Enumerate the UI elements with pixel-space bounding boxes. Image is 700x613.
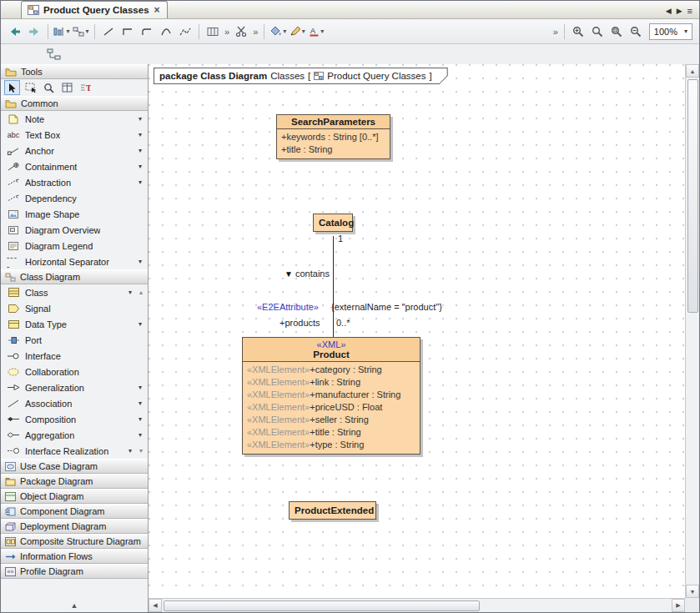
text-tool[interactable]: T bbox=[78, 80, 93, 95]
palette-section-tools[interactable]: Tools bbox=[1, 64, 148, 79]
containment-tree-icon[interactable] bbox=[44, 46, 63, 63]
back-button[interactable] bbox=[6, 23, 24, 41]
spline-line-button[interactable] bbox=[176, 23, 194, 41]
vertical-scrollbar[interactable]: ▲ ▼ bbox=[685, 64, 699, 598]
palette-section-class-diagram[interactable]: Class Diagram bbox=[1, 269, 148, 284]
horizontal-scroll-track[interactable] bbox=[162, 600, 672, 612]
alignment-button[interactable]: ▾ bbox=[53, 23, 71, 41]
forward-button[interactable] bbox=[25, 23, 43, 41]
palette-item-diagram-legend[interactable]: Diagram Legend bbox=[1, 238, 148, 254]
fill-color-button[interactable]: ▾ bbox=[269, 23, 287, 41]
scroll-up-icon[interactable]: ▲ bbox=[686, 64, 699, 78]
chevron-down-icon[interactable]: ▾ bbox=[138, 431, 144, 439]
chevron-down-icon[interactable]: ▾ bbox=[283, 28, 286, 35]
chevron-down-icon[interactable]: ▾ bbox=[66, 28, 69, 35]
palette-item-anchor[interactable]: Anchor ▾ bbox=[1, 143, 148, 158]
zoom-fit-icon[interactable] bbox=[607, 23, 626, 41]
overflow-chevron-icon[interactable]: » bbox=[223, 27, 231, 37]
palette-item-image-shape[interactable]: Image Shape bbox=[1, 206, 148, 222]
vertical-scroll-thumb[interactable] bbox=[687, 79, 698, 313]
chevron-down-icon[interactable]: ▾ bbox=[128, 289, 134, 296]
chevron-down-icon[interactable]: ▾ bbox=[138, 415, 144, 423]
palette-item-horizontal-separator[interactable]: ---- Horizontal Separator ▾ bbox=[1, 254, 148, 269]
zoom-tool[interactable] bbox=[41, 80, 57, 95]
previous-tab-icon[interactable]: ◀ bbox=[666, 7, 672, 15]
scroll-down-icon[interactable]: ▼ bbox=[686, 585, 699, 598]
tab-product-query-classes[interactable]: Product Query Classes × bbox=[21, 1, 168, 18]
palette-item-aggregation[interactable]: Aggregation ▾ bbox=[1, 427, 148, 443]
zoom-in-icon[interactable] bbox=[569, 23, 587, 41]
chevron-down-icon[interactable]: ▾ bbox=[138, 163, 144, 170]
rectilinear-line-button[interactable] bbox=[118, 23, 137, 41]
palette-section-component-diagram[interactable]: Component Diagram bbox=[1, 504, 148, 519]
palette-item-class[interactable]: Class ▾ ▴ bbox=[1, 284, 148, 300]
overflow-chevron-icon[interactable]: » bbox=[551, 27, 560, 37]
chevron-down-icon[interactable]: ▾ bbox=[138, 399, 144, 407]
palette-item-signal[interactable]: Signal bbox=[1, 300, 148, 316]
palette-item-dependency[interactable]: Dependency bbox=[1, 190, 148, 206]
class-product-extended[interactable]: ProductExtended bbox=[289, 501, 376, 520]
chevron-down-icon[interactable]: ▾ bbox=[138, 115, 144, 123]
select-tool[interactable] bbox=[4, 80, 20, 95]
cut-button[interactable] bbox=[232, 23, 250, 41]
chevron-down-icon[interactable]: ▾ bbox=[302, 28, 305, 35]
zoom-level-select[interactable]: 100% ▾ bbox=[649, 23, 692, 40]
palette-item-interface-realization[interactable]: Interface Realization ▾ ▾ bbox=[1, 443, 148, 459]
palette-section-information-flows[interactable]: Information Flows bbox=[1, 549, 148, 564]
palette-item-generalization[interactable]: Generalization ▾ bbox=[1, 379, 148, 395]
palette-section-object-diagram[interactable]: Object Diagram bbox=[1, 489, 148, 504]
chevron-down-icon[interactable]: ▾ bbox=[320, 28, 324, 35]
font-color-button[interactable]: A ▾ bbox=[307, 23, 325, 41]
palette-item-note[interactable]: Note ▾ bbox=[1, 111, 148, 127]
palette-section-common[interactable]: Common bbox=[1, 96, 148, 111]
horizontal-scroll-thumb[interactable] bbox=[164, 600, 480, 611]
curved-line-button[interactable] bbox=[157, 23, 175, 41]
horizontal-scrollbar[interactable]: ◀ ▶ bbox=[149, 598, 685, 612]
palette-item-interface[interactable]: Interface bbox=[1, 348, 148, 364]
palette-section-use-case-diagram[interactable]: Use Case Diagram bbox=[1, 459, 148, 474]
association-stereotype[interactable]: «E2EAttribute» bbox=[257, 302, 319, 312]
chevron-down-icon[interactable]: ▾ bbox=[138, 258, 144, 265]
chevron-down-icon[interactable]: ▾ bbox=[128, 447, 134, 455]
zoom-reset-icon[interactable] bbox=[588, 23, 607, 41]
class-catalog[interactable]: Catalog bbox=[313, 214, 353, 232]
palette-scroll-up-icon[interactable]: ▴ bbox=[139, 289, 144, 296]
swimlane-tool[interactable] bbox=[59, 80, 75, 95]
chevron-down-icon[interactable]: ▾ bbox=[138, 178, 144, 186]
palette-scroll-down-icon[interactable]: ▾ bbox=[139, 447, 144, 455]
tab-list-icon[interactable]: ≡ bbox=[687, 6, 692, 16]
palette-collapse-icon[interactable]: ▲ bbox=[1, 599, 148, 612]
association-contains-line[interactable] bbox=[333, 236, 334, 337]
chevron-down-icon[interactable]: ▾ bbox=[138, 384, 144, 391]
class-search-parameters[interactable]: SearchParameters +keywords : String [0..… bbox=[276, 114, 390, 159]
chevron-down-icon[interactable]: ▾ bbox=[138, 147, 144, 154]
close-tab-icon[interactable]: × bbox=[154, 4, 161, 16]
chevron-down-icon[interactable]: ▾ bbox=[85, 28, 88, 35]
palette-item-text-box[interactable]: abc Text Box ▾ bbox=[1, 127, 148, 143]
zoom-out-icon[interactable] bbox=[627, 23, 645, 41]
next-tab-icon[interactable]: ▶ bbox=[677, 7, 682, 15]
association-role-name[interactable]: +products bbox=[279, 318, 320, 328]
association-name-label[interactable]: ▼ contains bbox=[285, 269, 330, 279]
association-source-multiplicity[interactable]: 1 bbox=[338, 234, 343, 244]
diagram-viewport[interactable]: package Class Diagram Classes [ Product … bbox=[149, 64, 685, 598]
palette-item-composition[interactable]: Composition ▾ bbox=[1, 411, 148, 427]
class-product[interactable]: «XML» Product «XMLElement»+category : St… bbox=[242, 337, 421, 455]
marquee-select-tool[interactable] bbox=[23, 80, 38, 95]
palette-section-deployment-diagram[interactable]: Deployment Diagram bbox=[1, 519, 148, 534]
palette-item-association[interactable]: Association ▾ bbox=[1, 395, 148, 411]
palette-section-composite-structure-diagram[interactable]: Composite Structure Diagram bbox=[1, 534, 148, 549]
swimlane-button[interactable] bbox=[204, 23, 222, 41]
palette-item-port[interactable]: Port bbox=[1, 332, 148, 348]
diagram-canvas[interactable]: package Class Diagram Classes [ Product … bbox=[149, 64, 699, 612]
layout-button[interactable]: ▾ bbox=[72, 23, 90, 41]
vertical-scroll-track[interactable] bbox=[687, 78, 699, 585]
line-color-button[interactable]: ▾ bbox=[288, 23, 306, 41]
palette-item-collaboration[interactable]: Collaboration bbox=[1, 364, 148, 379]
scroll-right-icon[interactable]: ▶ bbox=[672, 599, 685, 612]
palette-item-abstraction[interactable]: Abstraction ▾ bbox=[1, 174, 148, 190]
overflow-chevron-icon[interactable]: » bbox=[251, 27, 259, 37]
chevron-down-icon[interactable]: ▾ bbox=[138, 320, 144, 328]
palette-item-containment[interactable]: Containment ▾ bbox=[1, 158, 148, 174]
scroll-left-icon[interactable]: ◀ bbox=[149, 599, 162, 612]
